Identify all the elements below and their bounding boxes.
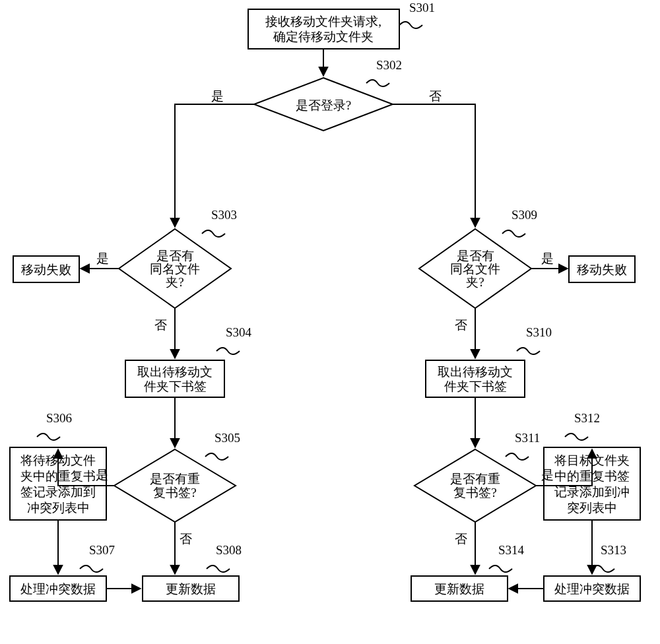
- s301-line2: 确定待移动文件夹: [273, 30, 374, 44]
- s308-label: S308: [216, 543, 242, 557]
- s311-line2: 复书签?: [453, 486, 496, 499]
- s311-label: S311: [515, 431, 540, 445]
- s314-text: 更新数据: [434, 582, 484, 596]
- s303-label: S303: [211, 208, 237, 222]
- s307-text: 处理冲突数据: [20, 582, 96, 596]
- s312-line2: 中的重复书签: [554, 469, 630, 483]
- s305-line1: 是否有重: [150, 472, 200, 486]
- s306-line2: 夹中的重复书: [20, 469, 96, 483]
- s307-squiggle: [80, 565, 103, 572]
- s303-squiggle: [202, 230, 225, 237]
- s306-line4: 冲突列表中: [27, 501, 90, 515]
- s302-label: S302: [376, 58, 402, 72]
- step-s311: 是否有重 复书签?: [414, 449, 536, 522]
- s306-squiggle: [37, 434, 60, 440]
- s305-label: S305: [214, 431, 240, 445]
- s311-squiggle: [506, 453, 529, 460]
- s309-line1: 是否有: [457, 249, 494, 263]
- s302-yes: 是: [211, 89, 224, 103]
- s301-label: S301: [409, 1, 435, 15]
- s302-text: 是否登录?: [296, 98, 351, 112]
- s303-line2: 同名文件: [150, 262, 200, 276]
- move-fail-left: 移动失败: [13, 256, 79, 282]
- s309-line3: 夹?: [466, 275, 484, 289]
- s301-squiggle: [399, 22, 422, 28]
- s303-line3: 夹?: [166, 275, 183, 289]
- s301-line1: 接收移动文件夹请求,: [265, 15, 381, 28]
- s306-line1: 将待移动文件: [20, 453, 96, 467]
- s310-squiggle: [517, 348, 540, 354]
- move-fail-left-text: 移动失败: [21, 263, 71, 276]
- s307-label: S307: [89, 543, 115, 557]
- s308-text: 更新数据: [166, 582, 216, 596]
- s305-no: 否: [180, 532, 192, 546]
- s304-label: S304: [226, 325, 252, 339]
- s308-squiggle: [207, 565, 230, 572]
- s304-line1: 取出待移动文: [137, 365, 213, 379]
- s309-squiggle: [502, 230, 525, 237]
- move-fail-right-text: 移动失败: [577, 263, 627, 276]
- step-s302: 是否登录?: [254, 78, 393, 131]
- step-s308: 更新数据: [143, 576, 239, 601]
- s302-squiggle: [366, 80, 389, 86]
- step-s314: 更新数据: [411, 576, 508, 601]
- step-s313: 处理冲突数据: [544, 576, 640, 601]
- s309-label: S309: [512, 208, 537, 222]
- s313-squiggle: [591, 565, 614, 572]
- s303-no: 否: [154, 318, 167, 332]
- s304-squiggle: [216, 348, 240, 354]
- s312-label: S312: [574, 411, 600, 425]
- step-s309: 是否有 同名文件 夹?: [419, 229, 531, 308]
- s309-no: 否: [455, 318, 467, 332]
- step-s301: 接收移动文件夹请求, 确定待移动文件夹: [248, 9, 399, 49]
- step-s304: 取出待移动文 件夹下书签: [125, 360, 224, 397]
- s306-line3: 签记录添加到: [20, 485, 96, 499]
- s312-squiggle: [565, 434, 588, 440]
- step-s303: 是否有 同名文件 夹?: [119, 229, 231, 308]
- s303-line1: 是否有: [156, 249, 194, 263]
- s312-line1: 将目标文件夹: [554, 453, 630, 467]
- s314-label: S314: [498, 543, 525, 557]
- step-s307: 处理冲突数据: [10, 576, 106, 601]
- s314-squiggle: [489, 565, 512, 572]
- s304-line2: 件夹下书签: [144, 379, 207, 393]
- s309-line2: 同名文件: [450, 262, 500, 276]
- step-s310: 取出待移动文 件夹下书签: [426, 360, 525, 397]
- move-fail-right: 移动失败: [569, 256, 635, 282]
- s311-yes: 是: [541, 468, 554, 482]
- s311-line1: 是否有重: [450, 472, 500, 486]
- s302-no: 否: [429, 89, 442, 103]
- s313-label: S313: [601, 543, 626, 557]
- s310-line1: 取出待移动文: [438, 365, 513, 379]
- step-s305: 是否有重 复书签?: [114, 449, 236, 522]
- s312-line3: 记录添加到冲: [554, 485, 630, 499]
- s309-yes: 是: [541, 251, 554, 265]
- s305-line2: 复书签?: [153, 486, 196, 499]
- s303-yes: 是: [96, 251, 109, 265]
- s306-label: S306: [46, 411, 72, 425]
- s310-line2: 件夹下书签: [444, 379, 507, 393]
- s313-text: 处理冲突数据: [554, 582, 630, 596]
- s305-squiggle: [205, 453, 228, 460]
- s312-line4: 突列表中: [567, 501, 617, 515]
- arrow-s302-s309: [393, 104, 475, 227]
- s310-label: S310: [526, 325, 552, 339]
- s311-no: 否: [455, 532, 467, 546]
